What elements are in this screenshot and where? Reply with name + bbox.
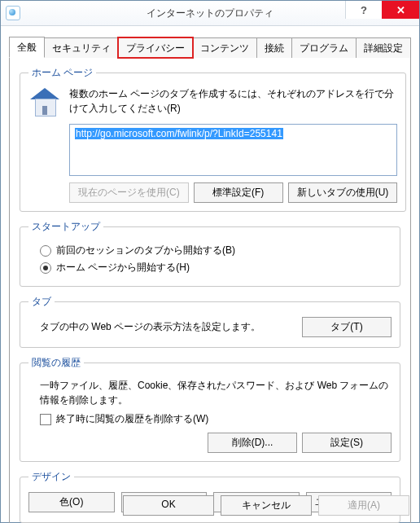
delete-on-exit-label: 終了時に閲覧の履歴を削除する(W) (56, 412, 208, 426)
client-area: 全般 セキュリティ プライバシー コンテンツ 接続 プログラム 詳細設定 ホーム… (1, 26, 419, 523)
homepage-url-input[interactable]: http://go.microsoft.com/fwlink/p/?LinkId… (69, 124, 397, 176)
history-settings-button[interactable]: 設定(S) (302, 433, 392, 453)
titlebar-buttons: ? ✕ (345, 1, 419, 19)
tab-programs[interactable]: プログラム (291, 37, 357, 58)
group-startup-legend: スタートアップ (28, 220, 103, 234)
group-startup: スタートアップ 前回のセッションのタブから開始する(B) ホーム ページから開始… (20, 220, 400, 287)
tab-privacy[interactable]: プライバシー (118, 37, 193, 58)
close-button[interactable]: ✕ (382, 1, 419, 19)
tab-body-general: ホーム ページ 複数のホーム ページのタブを作成するには、それぞれのアドレスを行… (9, 58, 411, 523)
use-current-page-button: 現在のページを使用(C) (69, 182, 189, 203)
tabs-description: タブの中の Web ページの表示方法を設定します。 (40, 320, 260, 334)
homepage-url-value: http://go.microsoft.com/fwlink/p/?LinkId… (75, 128, 283, 139)
cancel-button[interactable]: キャンセル (221, 495, 312, 516)
group-browsing-history-legend: 閲覧の履歴 (28, 356, 84, 370)
help-button[interactable]: ? (345, 1, 382, 19)
dialog-window: インターネットのプロパティ ? ✕ 全般 セキュリティ プライバシー コンテンツ… (0, 0, 420, 523)
tab-advanced[interactable]: 詳細設定 (356, 37, 411, 58)
startup-radio-homepage[interactable]: ホーム ページから開始する(H) (40, 261, 392, 275)
group-tabs: タブ タブの中の Web ページの表示方法を設定します。 タブ(T) (20, 295, 400, 348)
use-default-button[interactable]: 標準設定(F) (194, 182, 283, 203)
window-title: インターネットのプロパティ (147, 7, 273, 20)
dialog-buttons: OK キャンセル 適用(A) (11, 492, 409, 516)
home-icon (28, 86, 61, 119)
group-homepage: ホーム ページ 複数のホーム ページのタブを作成するには、それぞれのアドレスを行… (20, 66, 406, 212)
tabstrip: 全般 セキュリティ プライバシー コンテンツ 接続 プログラム 詳細設定 (9, 36, 411, 58)
group-tabs-legend: タブ (28, 295, 55, 309)
group-appearance-legend: デザイン (28, 470, 74, 484)
tabs-settings-button[interactable]: タブ(T) (302, 317, 392, 337)
group-browsing-history: 閲覧の履歴 一時ファイル、履歴、Cookie、保存されたパスワード、および We… (20, 356, 400, 462)
use-new-tab-button[interactable]: 新しいタブの使用(U) (288, 182, 398, 203)
tab-general[interactable]: 全般 (9, 37, 45, 58)
radio-icon (40, 245, 51, 257)
tab-security[interactable]: セキュリティ (44, 37, 119, 58)
tab-connections[interactable]: 接続 (256, 37, 292, 58)
history-delete-button[interactable]: 削除(D)... (208, 433, 297, 453)
radio-icon (40, 262, 51, 274)
startup-radio-last-session-label: 前回のセッションのタブから開始する(B) (56, 244, 235, 257)
apply-button: 適用(A) (318, 495, 409, 516)
startup-radio-last-session[interactable]: 前回のセッションのタブから開始する(B) (40, 244, 392, 257)
delete-on-exit-checkbox[interactable]: 終了時に閲覧の履歴を削除する(W) (40, 412, 392, 426)
tab-content[interactable]: コンテンツ (192, 37, 257, 58)
group-homepage-legend: ホーム ページ (28, 66, 96, 80)
checkbox-icon (40, 414, 51, 425)
app-icon (6, 6, 20, 20)
startup-radio-homepage-label: ホーム ページから開始する(H) (56, 261, 190, 275)
homepage-description: 複数のホーム ページのタブを作成するには、それぞれのアドレスを行で分けて入力して… (69, 86, 397, 116)
titlebar: インターネットのプロパティ ? ✕ (1, 1, 419, 26)
history-description: 一時ファイル、履歴、Cookie、保存されたパスワード、および Web フォーム… (40, 378, 392, 407)
ok-button[interactable]: OK (123, 495, 214, 516)
